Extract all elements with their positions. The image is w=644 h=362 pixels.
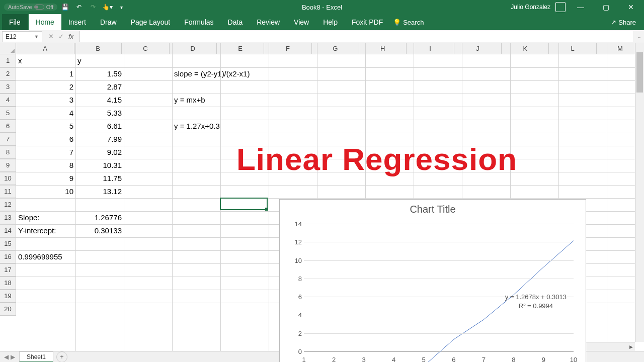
row-header-15[interactable]: 15: [0, 237, 16, 250]
cell-D2[interactable]: slope = (y2-y1)/(x2-x1): [172, 67, 323, 80]
column-headers[interactable]: ABCDEFGHIJKLM: [16, 43, 644, 54]
cell-B8[interactable]: 9.02: [75, 146, 124, 159]
cell-B10[interactable]: 11.75: [75, 172, 124, 185]
save-icon[interactable]: 💾: [58, 1, 71, 13]
row-header-18[interactable]: 18: [0, 277, 16, 290]
cell-B3[interactable]: 2.87: [75, 80, 124, 94]
cell-A8[interactable]: 7: [16, 146, 75, 159]
row-header-12[interactable]: 12: [0, 198, 16, 211]
tab-draw[interactable]: Draw: [93, 14, 124, 30]
cell-B4[interactable]: 4.15: [75, 94, 124, 107]
row-header-4[interactable]: 4: [0, 94, 16, 107]
cell-B11[interactable]: 13.12: [75, 185, 124, 198]
embedded-chart[interactable]: Chart Title 0246810121412345678910 y = 1…: [279, 199, 586, 362]
row-header-13[interactable]: 13: [0, 211, 16, 224]
cell-B7[interactable]: 7.99: [75, 133, 124, 146]
redo-icon[interactable]: ↷: [87, 1, 100, 13]
share-button[interactable]: ↗ Share: [611, 19, 642, 26]
row-header-7[interactable]: 7: [0, 133, 16, 146]
sheet-tab-sheet1[interactable]: Sheet1: [19, 351, 53, 363]
cell-A1[interactable]: x: [16, 54, 75, 67]
tab-help[interactable]: Help: [316, 14, 345, 30]
cell-B1[interactable]: y: [75, 54, 124, 67]
tab-review[interactable]: Review: [250, 14, 287, 30]
cell-B13[interactable]: 1.26776: [75, 211, 124, 224]
row-header-16[interactable]: 16: [0, 250, 16, 263]
cell-D6[interactable]: y = 1.27x+0.3: [172, 120, 323, 133]
cell-D4[interactable]: y = mx+b: [172, 94, 323, 107]
cancel-formula-icon[interactable]: ✕: [46, 33, 55, 40]
row-header-5[interactable]: 5: [0, 107, 16, 120]
column-header-H[interactable]: H: [359, 43, 407, 54]
column-header-E[interactable]: E: [217, 43, 264, 54]
column-header-L[interactable]: L: [549, 43, 596, 54]
tab-insert[interactable]: Insert: [61, 14, 93, 30]
chart-plot-area[interactable]: 0246810121412345678910: [304, 224, 574, 351]
row-header-20[interactable]: 20: [0, 303, 16, 316]
column-header-I[interactable]: I: [407, 43, 454, 54]
fx-icon[interactable]: fx: [66, 33, 75, 40]
name-box-dropdown-icon[interactable]: ▼: [34, 34, 39, 39]
row-headers[interactable]: 1234567891011121314151617181920: [0, 54, 16, 316]
column-header-J[interactable]: J: [454, 43, 502, 54]
cell-A3[interactable]: 2: [16, 80, 75, 94]
spreadsheet-grid[interactable]: ABCDEFGHIJKLM 12345678910111213141516171…: [0, 43, 644, 351]
scroll-right-icon[interactable]: ▶: [627, 344, 635, 349]
row-header-11[interactable]: 11: [0, 185, 16, 198]
row-header-1[interactable]: 1: [0, 54, 16, 67]
username[interactable]: Julio Gonzalez: [511, 4, 550, 11]
close-button[interactable]: ✕: [621, 0, 641, 14]
cell-B5[interactable]: 5.33: [75, 107, 124, 120]
column-header-B[interactable]: B: [74, 43, 122, 54]
tab-file[interactable]: File: [2, 14, 28, 30]
tab-data[interactable]: Data: [221, 14, 250, 30]
touch-mode-icon[interactable]: 👆▾: [101, 1, 114, 13]
minimize-button[interactable]: —: [571, 0, 591, 14]
chart-title[interactable]: Chart Title: [280, 200, 586, 219]
tab-foxit-pdf[interactable]: Foxit PDF: [345, 14, 390, 30]
row-header-19[interactable]: 19: [0, 290, 16, 303]
sheet-nav-prev-icon[interactable]: ◀: [4, 353, 9, 360]
user-avatar-icon[interactable]: [555, 2, 566, 12]
undo-icon[interactable]: ↶: [72, 1, 86, 13]
cell-A16[interactable]: 0.999699955: [16, 250, 75, 263]
sheet-nav-next-icon[interactable]: ▶: [11, 353, 15, 360]
row-header-3[interactable]: 3: [0, 80, 16, 94]
cell-A14[interactable]: Y-intercept:: [16, 224, 75, 237]
cell-B2[interactable]: 1.59: [75, 67, 124, 80]
cell-A9[interactable]: 8: [16, 159, 75, 172]
cell-A11[interactable]: 10: [16, 185, 75, 198]
add-sheet-button[interactable]: +: [56, 351, 67, 363]
cell-A6[interactable]: 5: [16, 120, 75, 133]
name-box[interactable]: E12 ▼: [2, 31, 42, 42]
column-header-K[interactable]: K: [502, 43, 549, 54]
tell-me-search[interactable]: 💡 Search: [393, 19, 424, 26]
autosave-toggle[interactable]: AutoSave Off: [4, 4, 57, 11]
row-header-10[interactable]: 10: [0, 172, 16, 185]
column-header-C[interactable]: C: [122, 43, 169, 54]
tab-formulas[interactable]: Formulas: [177, 14, 220, 30]
vertical-scrollbar[interactable]: [635, 43, 644, 342]
select-all-triangle[interactable]: [0, 43, 16, 54]
maximize-button[interactable]: ▢: [596, 0, 616, 14]
row-header-6[interactable]: 6: [0, 120, 16, 133]
cell-B6[interactable]: 6.61: [75, 120, 124, 133]
column-header-F[interactable]: F: [264, 43, 311, 54]
cell-B14[interactable]: 0.30133: [75, 224, 124, 237]
row-header-9[interactable]: 9: [0, 159, 16, 172]
cell-A4[interactable]: 3: [16, 94, 75, 107]
row-header-14[interactable]: 14: [0, 224, 16, 237]
row-header-2[interactable]: 2: [0, 67, 16, 80]
column-header-D[interactable]: D: [170, 43, 217, 54]
tab-home[interactable]: Home: [29, 14, 61, 30]
tab-view[interactable]: View: [287, 14, 316, 30]
qat-customize-icon[interactable]: ▾: [115, 1, 128, 13]
tab-page-layout[interactable]: Page Layout: [124, 14, 178, 30]
formula-bar[interactable]: [79, 31, 633, 42]
cell-A2[interactable]: 1: [16, 67, 75, 80]
cell-A10[interactable]: 9: [16, 172, 75, 185]
cell-B9[interactable]: 10.31: [75, 159, 124, 172]
cell-A5[interactable]: 4: [16, 107, 75, 120]
row-header-8[interactable]: 8: [0, 146, 16, 159]
column-header-A[interactable]: A: [16, 43, 74, 54]
